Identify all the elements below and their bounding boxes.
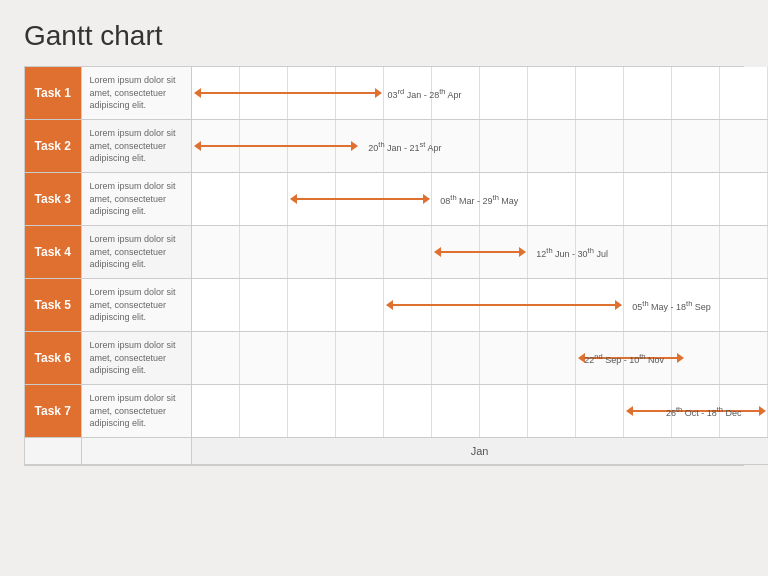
task-grid-area: 22nd Sep - 10th Nov — [191, 332, 768, 385]
task-label: Task 4 — [25, 226, 81, 279]
task-description: Lorem ipsum dolor sit amet, consectetuer… — [81, 67, 191, 120]
table-row: Task 2Lorem ipsum dolor sit amet, consec… — [25, 120, 768, 173]
month-header-row: JanFebMarAprMayJunJulAugSepOctNovDec — [25, 438, 768, 465]
task-description: Lorem ipsum dolor sit amet, consectetuer… — [81, 385, 191, 438]
task-label: Task 1 — [25, 67, 81, 120]
task-grid-area: 12th Jun - 30th Jul — [191, 226, 768, 279]
task-grid-area: 03rd Jan - 28th Apr — [191, 67, 768, 120]
gantt-container: Task 1Lorem ipsum dolor sit amet, consec… — [24, 66, 744, 466]
gantt-table: Task 1Lorem ipsum dolor sit amet, consec… — [25, 67, 768, 465]
task-label: Task 6 — [25, 332, 81, 385]
task-description: Lorem ipsum dolor sit amet, consectetuer… — [81, 173, 191, 226]
task-label: Task 3 — [25, 173, 81, 226]
task-label: Task 2 — [25, 120, 81, 173]
task-description: Lorem ipsum dolor sit amet, consectetuer… — [81, 332, 191, 385]
task-label: Task 5 — [25, 279, 81, 332]
table-row: Task 6Lorem ipsum dolor sit amet, consec… — [25, 332, 768, 385]
table-row: Task 3Lorem ipsum dolor sit amet, consec… — [25, 173, 768, 226]
task-grid-area: 26th Oct - 18th Dec — [191, 385, 768, 438]
table-row: Task 1Lorem ipsum dolor sit amet, consec… — [25, 67, 768, 120]
task-description: Lorem ipsum dolor sit amet, consectetuer… — [81, 226, 191, 279]
table-row: Task 4Lorem ipsum dolor sit amet, consec… — [25, 226, 768, 279]
task-grid-area: 20th Jan - 21st Apr — [191, 120, 768, 173]
month-header-cell: Jan — [191, 438, 768, 465]
page-title: Gantt chart — [24, 20, 744, 52]
task-label: Task 7 — [25, 385, 81, 438]
task-description: Lorem ipsum dolor sit amet, consectetuer… — [81, 279, 191, 332]
task-grid-area: 05th May - 18th Sep — [191, 279, 768, 332]
table-row: Task 5Lorem ipsum dolor sit amet, consec… — [25, 279, 768, 332]
task-description: Lorem ipsum dolor sit amet, consectetuer… — [81, 120, 191, 173]
task-grid-area: 08th Mar - 29th May — [191, 173, 768, 226]
table-row: Task 7Lorem ipsum dolor sit amet, consec… — [25, 385, 768, 438]
page: Gantt chart Task 1Lorem ipsum dolor sit … — [0, 0, 768, 576]
